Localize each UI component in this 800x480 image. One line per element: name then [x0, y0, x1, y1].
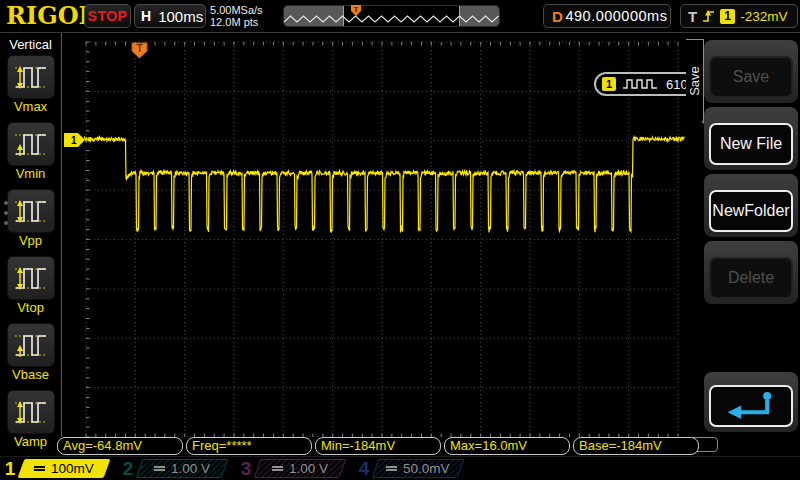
measurement-base: Base=-184mV	[573, 437, 699, 455]
acquisition-status-label: STOP	[88, 8, 128, 24]
svg-text:T: T	[354, 5, 359, 14]
new-folder-button[interactable]: NewFolder	[709, 190, 793, 232]
dc-coupling-icon	[154, 464, 165, 473]
left-measure-menu: Vertical Vmax Vmin Vpp Vtop	[0, 33, 62, 437]
sidebar-item-label: Vmin	[6, 166, 56, 182]
sidebar-item-label: Vtop	[6, 300, 56, 316]
memory-position-bar: T	[283, 5, 500, 27]
channel-4-scale-tag: 50.0mV	[372, 459, 465, 478]
right-soft-menu: Save Save New File NewFolder Delete	[686, 33, 800, 437]
sidebar-item-label: Vpp	[6, 233, 56, 249]
measurement-avg: Avg=-64.8mV	[57, 437, 183, 455]
svg-text:1: 1	[71, 135, 77, 146]
timebase-value: 100ms	[158, 8, 203, 25]
menu-slot-new-folder: NewFolder	[704, 174, 798, 237]
return-button[interactable]	[709, 385, 793, 427]
sidebar-item-vmax[interactable]: Vmax	[6, 55, 56, 115]
trigger-level-value: -232mV	[740, 9, 787, 24]
waveform-display: 1 T 1 610.710 Hz	[62, 33, 686, 437]
menu-tab-save[interactable]: Save	[686, 39, 704, 122]
vbase-icon	[7, 323, 55, 367]
sidebar-item-vamp[interactable]: Vamp	[6, 390, 56, 450]
memory-waveform-icon	[284, 6, 499, 26]
channel-2-scale: 1.00 V	[171, 461, 210, 476]
channel-1-scale-tag: 100mV	[18, 459, 111, 478]
channel-2-scale-tag: 1.00 V	[136, 459, 229, 478]
dc-coupling-icon	[34, 464, 45, 473]
channel-3-scale: 1.00 V	[289, 461, 328, 476]
channel-4-scale: 50.0mV	[403, 461, 450, 476]
sidebar-item-label: Vmax	[6, 99, 56, 115]
top-status-bar: RIGOL STOP H 100ms 5.00MSa/s 12.0M pts T…	[0, 0, 800, 33]
menu-slot-delete: Delete	[704, 241, 798, 304]
t-label: T	[688, 8, 697, 25]
return-arrow-icon	[721, 388, 781, 424]
d-label: D	[552, 8, 563, 25]
oscilloscope-screen: RIGOL STOP H 100ms 5.00MSa/s 12.0M pts T…	[0, 0, 800, 480]
measurement-max: Max=16.0mV	[444, 437, 570, 455]
vmin-icon	[7, 122, 55, 166]
dc-coupling-icon	[272, 464, 283, 473]
sidebar-item-label: Vbase	[6, 367, 56, 383]
sample-rate: 5.00MSa/s	[210, 4, 263, 16]
channel-1-scale: 100mV	[51, 461, 94, 476]
trigger-position-marker: T	[132, 43, 147, 58]
delay-readout-box: D 490.000000ms	[543, 4, 671, 28]
measurement-freq: Freq=*****	[186, 437, 312, 455]
sidebar-item-vtop[interactable]: Vtop	[6, 256, 56, 316]
vmax-icon	[7, 55, 55, 99]
freq-counter-channel-badge: 1	[602, 77, 616, 91]
trigger-position-mini-icon: T	[350, 4, 362, 18]
channel-3-scale-tag: 1.00 V	[254, 459, 347, 478]
left-menu-title: Vertical	[0, 37, 61, 52]
menu-slot-new-file: New File	[704, 107, 798, 170]
sidebar-item-vpp[interactable]: Vpp	[6, 189, 56, 249]
menu-tab-label: Save	[687, 66, 702, 96]
trigger-readout-box: T 1 -232mV	[680, 4, 798, 28]
vpp-icon	[7, 189, 55, 233]
graticule-and-trace: 1 T	[62, 33, 686, 437]
save-button[interactable]: Save	[709, 56, 793, 98]
trigger-source-badge: 1	[720, 9, 735, 24]
ch1-trace	[84, 137, 685, 233]
rising-edge-icon	[702, 8, 715, 24]
vtop-icon	[7, 256, 55, 300]
channel-status-bar: 1 100mV 2 1.00 V 3 1.00 V	[0, 456, 800, 480]
delay-value: 490.000000ms	[565, 8, 667, 24]
delete-button[interactable]: Delete	[709, 257, 793, 299]
h-label: H	[141, 8, 151, 24]
horizontal-timebase-box: H 100ms	[134, 4, 206, 28]
sidebar-item-vbase[interactable]: Vbase	[6, 323, 56, 383]
menu-slot-return	[704, 372, 798, 432]
sidebar-item-vmin[interactable]: Vmin	[6, 122, 56, 182]
sample-rate-block: 5.00MSa/s 12.0M pts	[210, 4, 263, 28]
square-wave-icon	[622, 78, 660, 90]
memory-depth: 12.0M pts	[210, 16, 263, 28]
sidebar-item-label: Vamp	[6, 434, 56, 450]
vamp-icon	[7, 390, 55, 434]
measurement-min: Min=-184mV	[315, 437, 441, 455]
new-file-button[interactable]: New File	[709, 123, 793, 165]
svg-text:T: T	[136, 43, 142, 54]
measurement-bar: Avg=-64.8mV Freq=***** Min=-184mV Max=16…	[57, 437, 699, 455]
rigol-logo: RIGOL	[6, 1, 95, 30]
ch1-level-marker: 1	[64, 133, 85, 147]
acquisition-status: STOP	[84, 4, 131, 28]
dc-coupling-icon	[386, 464, 397, 473]
menu-slot-save: Save	[704, 40, 798, 103]
menu-page-dots	[4, 201, 8, 231]
